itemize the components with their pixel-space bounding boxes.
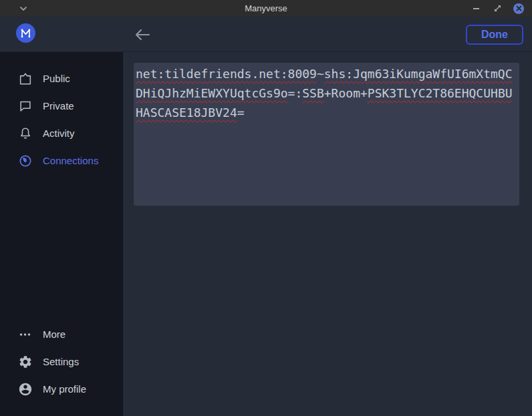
sidebar: PublicPrivateActivityConnections MoreSet… <box>0 52 123 416</box>
close-button[interactable] <box>513 3 524 14</box>
invite-text-segment: ~ <box>317 67 324 81</box>
sidebar-item-my-profile[interactable]: My profile <box>0 375 123 403</box>
sidebar-main-group: PublicPrivateActivityConnections <box>0 65 123 174</box>
sidebar-item-label: Public <box>43 73 70 84</box>
sidebar-item-label: Activity <box>43 128 75 139</box>
titlebar: Manyverse <box>0 0 532 17</box>
sidebar-item-more[interactable]: More <box>0 321 123 348</box>
back-button[interactable] <box>134 26 151 43</box>
bell-icon <box>18 126 33 141</box>
sidebar-item-label: Private <box>43 100 74 112</box>
invite-text-segment: = <box>237 106 245 120</box>
sidebar-item-activity[interactable]: Activity <box>0 120 123 147</box>
sidebar-footer-group: MoreSettingsMy profile <box>0 321 123 403</box>
speech-bubble-icon <box>18 99 33 114</box>
sidebar-item-label: Connections <box>43 155 98 166</box>
app-header: Done <box>0 17 532 52</box>
manyverse-window: Manyverse <box>0 0 532 416</box>
invite-text-segment: SSB <box>302 86 324 100</box>
restore-button[interactable] <box>492 3 503 14</box>
person-circle-icon <box>18 382 33 397</box>
sidebar-item-private[interactable]: Private <box>0 92 123 120</box>
manyverse-logo-icon <box>16 23 35 43</box>
sidebar-item-public[interactable]: Public <box>0 65 123 92</box>
sidebar-item-label: My profile <box>43 383 86 395</box>
sidebar-item-settings[interactable]: Settings <box>0 348 123 375</box>
invite-text-segment: =: <box>288 86 303 100</box>
sidebar-item-connections[interactable]: Connections <box>0 147 123 174</box>
minimize-button[interactable] <box>471 3 482 14</box>
done-button[interactable]: Done <box>466 25 523 45</box>
gear-icon <box>18 355 33 369</box>
invite-text-segment: net:tildefriends.net:8009 <box>136 67 317 81</box>
sidebar-item-label: More <box>43 329 65 340</box>
window-title: Manyverse <box>0 3 532 13</box>
invite-code-input[interactable]: net:tildefriends.net:8009~shs:Jqm63iKumg… <box>134 63 519 206</box>
main-panel: net:tildefriends.net:8009~shs:Jqm63iKumg… <box>123 52 532 416</box>
invite-text-segment: +Room+ <box>324 86 368 100</box>
bulletin-board-icon <box>18 71 33 86</box>
gauge-icon <box>18 154 33 168</box>
ellipsis-icon <box>18 327 33 342</box>
sidebar-item-label: Settings <box>43 356 79 367</box>
